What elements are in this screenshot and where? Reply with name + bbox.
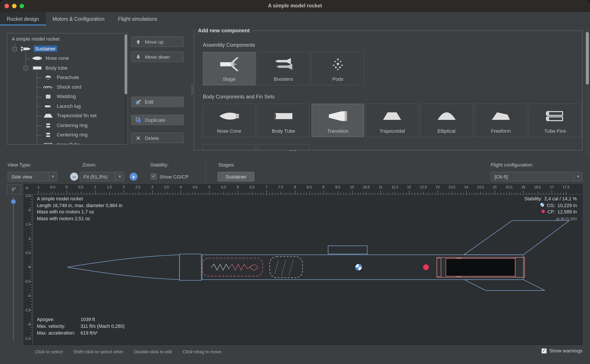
engine-block-outline[interactable] [515,258,524,277]
move-down-button[interactable]: Move down [131,52,184,62]
duplicate-icon [135,117,141,123]
move-up-button[interactable]: Move up [131,36,184,47]
component-button-label: Pods [332,76,343,85]
tree-item-launch-lug[interactable]: Launch lug [7,102,127,111]
tree-item-parachute[interactable]: Parachute [7,73,127,82]
status-hint: Shift+click to select other [74,349,123,354]
component-tree[interactable]: A simple model rocketSustainerNose coneB… [7,33,128,145]
rocket-info-block: A simple model rocketLength 16,748 in, m… [37,196,122,222]
tree-item-a-simple-model-rocket[interactable]: A simple model rocket [7,34,127,44]
component-button-pods[interactable]: Pods [311,52,364,85]
tree-expander-icon[interactable] [24,66,28,70]
component-button-tube-fins[interactable]: Tube Fins [529,104,582,137]
stability-canvas-label: Stability: [524,196,542,202]
shock-cord-icon [43,84,54,91]
inner-tube-icon [43,141,54,145]
component-button-stage[interactable]: Stage [203,52,255,85]
delete-x-icon [135,135,141,141]
nose-shoulder-outline[interactable] [179,254,201,280]
show-warnings-control[interactable]: ✓ Show warnings [542,348,583,354]
rocket-info-line: Mass with no motors 1,7 oz [37,209,122,215]
component-button-label: Elliptical [437,128,455,137]
tree-item-nose-cone[interactable]: Nose cone [7,54,127,63]
rotation-slider-thumb[interactable] [11,199,16,204]
flight-stat-value: 619 ft/s² [80,330,97,336]
splitter-handle-horizontal[interactable] [290,150,296,151]
motor-casing[interactable] [446,259,515,276]
body-tube-icon [31,65,43,72]
window-scrollbar-thumb[interactable] [586,32,589,84]
delete-button[interactable]: Delete [131,133,184,143]
view-type-label: View Type: [7,162,31,168]
delete-label: Delete [145,135,159,141]
window-title: A simple model rocket [0,3,590,9]
component-button-partial[interactable] [203,144,255,150]
tree-item-shock-cord[interactable]: Shock cord [7,83,127,92]
flight-stat-label: Max. acceleration: [37,330,81,336]
component-button-freeform[interactable]: Freeform [474,104,527,137]
nose-cone-outline[interactable] [67,255,179,280]
component-button-body-tube[interactable]: Body Tube [257,104,310,137]
zoom-select[interactable]: Fit (51,3%) ▼ [80,172,124,182]
component-button-label: Tube Fins [544,128,566,137]
tree-item-label: A simple model rocket [10,36,61,42]
tree-scrollbar-thumb[interactable] [125,34,127,95]
add-component-title: Add new component [196,27,252,34]
tree-expander-icon[interactable] [13,47,17,51]
zoom-in-button[interactable]: + [129,172,138,181]
show-cg-cp-checkbox[interactable]: ✓ [151,174,156,179]
tree-item-centering-ring[interactable]: Centering ring [7,121,127,130]
rotation-slider-track[interactable] [13,197,14,340]
component-button-elliptical[interactable]: Elliptical [420,104,473,137]
fin-lower-outline[interactable] [464,280,545,291]
flight-stat-value: 1039 ft [80,316,95,323]
parachute-cord-line[interactable] [229,264,250,270]
window-scrollbar[interactable] [585,26,589,157]
splitter-handle-vertical[interactable] [190,85,193,94]
stage-toggle-sustainer[interactable]: Sustainer [217,172,254,182]
component-button-boosters[interactable]: Boosters [257,52,310,85]
zoom-value: Fit (51,3%) [83,174,107,179]
fin-upper-outline[interactable] [464,221,569,255]
shock-cord-line[interactable] [211,264,229,270]
tab-flight-simulations[interactable]: Flight simulations [111,12,164,26]
tree-item-label: Wadding [55,93,77,99]
view-type-select[interactable]: Side view ▼ [7,172,57,182]
flight-stat-label: Apogee: [37,316,81,323]
tree-item-label: Parachute [55,74,81,80]
status-hint: Double-click to edit [134,349,172,354]
component-button-trapezoidal[interactable]: Trapezoidal [366,104,418,137]
show-warnings-checkbox[interactable]: ✓ [542,348,547,353]
flight-stat-row: Apogee:1039 ft [37,316,125,323]
flight-stat-label: Max. velocity: [37,323,81,330]
zoom-out-button[interactable]: − [70,172,78,181]
component-button-transition[interactable]: Transition [311,104,364,137]
rotation-angle-box[interactable]: 0° [7,184,21,194]
design-canvas[interactable]: in -1-0,500,511,522,533,544,555,566,577,… [24,184,582,345]
tree-item-centering-ring[interactable]: Centering ring [7,130,127,140]
pods-icon [327,52,349,76]
tree-item-wadding[interactable]: Wadding [7,92,127,102]
rocket-icon [20,46,31,53]
minus-icon: − [73,174,76,180]
tree-item-trapezoidal-fin-set[interactable]: Trapezoidal fin set [7,111,127,121]
duplicate-button[interactable]: Duplicate [131,115,184,125]
component-button-label: Freeform [491,128,511,137]
tree-item-body-tube[interactable]: Body tube [7,63,127,73]
tree-scrollbar[interactable] [124,33,127,144]
tree-item-sustainer[interactable]: Sustainer [7,44,127,53]
view-type-value: Side view [11,174,32,179]
stability-info-block: Stability:2,4 cal / 14,1 % CG:10,229 in … [524,196,577,222]
tree-item-inner-tube[interactable]: Inner Tube [7,140,127,145]
component-button-partial[interactable] [257,144,310,150]
wadding-outline[interactable] [270,257,303,278]
nose-cone-icon [218,104,240,128]
edit-button[interactable]: Edit [131,97,184,107]
flight-config-select[interactable]: [C6-5] ▼ [490,172,582,182]
stages-label: Stages: [218,162,235,168]
tab-motors-configuration[interactable]: Motors & Configuration [46,12,111,26]
launch-lug-outline[interactable] [328,246,367,254]
tab-rocket-design[interactable]: Rocket design [0,12,46,26]
component-button-nose-cone[interactable]: Nose Cone [203,104,255,137]
centering-ring-outline[interactable] [437,258,441,277]
